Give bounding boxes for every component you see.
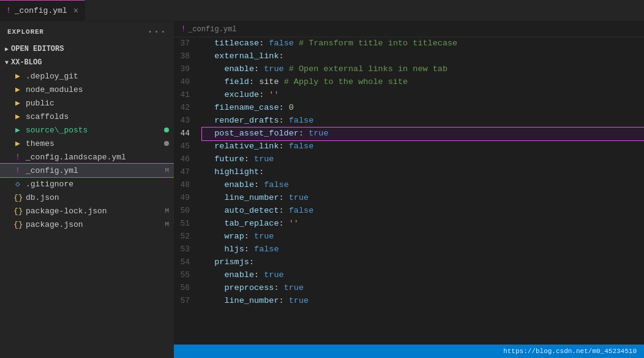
sidebar-item-package-json[interactable]: {} package.json M <box>0 218 174 231</box>
breadcrumb: ! _config.yml <box>174 21 644 37</box>
tab-close-button[interactable]: × <box>73 6 78 16</box>
line-number: 45 <box>174 140 200 153</box>
line-number: 46 <box>174 153 200 166</box>
code-line-41: 41 exclude: '' <box>174 89 644 102</box>
line-content: exclude: '' <box>202 89 644 102</box>
line-content: hljs: false <box>202 243 644 256</box>
sidebar-item-label: _config.yml <box>26 166 78 175</box>
line-number: 39 <box>174 63 200 75</box>
sidebar-item-source-posts[interactable]: ▶ source\_posts <box>0 123 174 137</box>
project-label: XX-BLOG <box>11 58 42 67</box>
sidebar-item-deploy-git[interactable]: ▶ .deploy_git <box>0 69 174 83</box>
sidebar-item-config-landscape[interactable]: ! _config.landscape.yml <box>0 150 174 164</box>
line-number: 43 <box>174 115 200 127</box>
line-number: 51 <box>174 218 200 230</box>
exclaim-icon: ! <box>13 166 22 175</box>
line-number: 53 <box>174 243 200 256</box>
code-line-46: 46 future: true <box>174 153 644 166</box>
line-content: field: site # Apply to the whole site <box>202 76 644 89</box>
modified-badge: M <box>165 221 169 228</box>
breadcrumb-exclaim-icon: ! <box>181 25 185 34</box>
explorer-title: EXPLORER <box>7 28 44 36</box>
code-line-50: 50 auto_detect: false <box>174 205 644 218</box>
sidebar-item-db-json[interactable]: {} db.json <box>0 191 174 204</box>
code-line-39: 39 enable: true # Open external links in… <box>174 63 644 76</box>
main-layout: EXPLORER ··· ▶ OPEN EDITORS ▼ XX-BLOG ▶ … <box>0 21 644 358</box>
folder-icon: ▶ <box>13 98 22 108</box>
sidebar-item-label: .deploy_git <box>26 72 78 81</box>
line-content: filename_case: 0 <box>202 102 644 115</box>
sidebar: EXPLORER ··· ▶ OPEN EDITORS ▼ XX-BLOG ▶ … <box>0 21 174 358</box>
line-content: titlecase: false # Transform title into … <box>202 37 644 50</box>
sidebar-item-label: node_modules <box>26 85 83 94</box>
code-line-48: 48 enable: false <box>174 179 644 192</box>
code-line-47: 47 highlight: <box>174 166 644 179</box>
json-icon: {} <box>13 193 22 202</box>
modified-badge: M <box>165 207 169 215</box>
tab-config-yml[interactable]: ! _config.yml × <box>0 0 85 21</box>
sidebar-item-scaffolds[interactable]: ▶ scaffolds <box>0 110 174 123</box>
line-number: 56 <box>174 282 200 294</box>
modified-dot <box>164 128 169 132</box>
code-line-53: 53 hljs: false <box>174 243 644 256</box>
sidebar-item-label: .gitignore <box>26 180 73 189</box>
modified-dot-gray <box>164 141 169 146</box>
line-number: 40 <box>174 76 200 88</box>
tab-bar: ! _config.yml × <box>0 0 644 21</box>
line-number: 52 <box>174 230 200 243</box>
line-number: 47 <box>174 166 200 178</box>
line-content: auto_detect: false <box>202 205 644 218</box>
tab-label: _config.yml <box>15 6 67 15</box>
json-icon: {} <box>13 207 22 216</box>
sidebar-item-themes[interactable]: ▶ themes <box>0 137 174 150</box>
diamond-icon: ◇ <box>13 179 22 189</box>
sidebar-item-gitignore[interactable]: ◇ .gitignore <box>0 177 174 191</box>
sidebar-item-label: package.json <box>26 220 83 229</box>
code-line-45: 45 relative_link: false <box>174 140 644 153</box>
folder-icon: ▶ <box>13 85 22 94</box>
line-number: 48 <box>174 179 200 191</box>
sidebar-item-label: scaffolds <box>26 112 69 121</box>
editor-panel: ! _config.yml 37 titlecase: false # Tran… <box>174 21 644 358</box>
line-content: tab_replace: '' <box>202 218 644 230</box>
folder-icon: ▶ <box>13 112 22 121</box>
code-line-49: 49 line_number: true <box>174 192 644 205</box>
code-editor[interactable]: 37 titlecase: false # Transform title in… <box>174 37 644 345</box>
code-line-54: 54 prismjs: <box>174 256 644 269</box>
breadcrumb-label: _config.yml <box>188 25 236 34</box>
line-content: preprocess: true <box>202 282 644 295</box>
open-editors-section[interactable]: ▶ OPEN EDITORS <box>0 42 174 56</box>
folder-icon: ▶ <box>13 71 22 81</box>
sidebar-item-public[interactable]: ▶ public <box>0 96 174 110</box>
sidebar-header: EXPLORER ··· <box>0 21 174 42</box>
sidebar-item-node-modules[interactable]: ▶ node_modules <box>0 83 174 96</box>
sidebar-item-config-yml[interactable]: ! _config.yml M <box>0 164 174 177</box>
line-number: 50 <box>174 205 200 217</box>
project-section[interactable]: ▼ XX-BLOG <box>0 56 174 69</box>
code-line-40: 40 field: site # Apply to the whole site <box>174 76 644 89</box>
line-content: highlight: <box>202 166 644 179</box>
line-content: external_link: <box>202 50 644 63</box>
status-link[interactable]: https://blog.csdn.net/m0_45234510 <box>503 348 637 355</box>
sidebar-menu-dots[interactable]: ··· <box>147 26 167 37</box>
sidebar-item-package-lock[interactable]: {} package-lock.json M <box>0 204 174 218</box>
chevron-down-icon: ▼ <box>5 59 9 66</box>
code-line-37: 37 titlecase: false # Transform title in… <box>174 37 644 50</box>
line-content: render_drafts: false <box>202 115 644 128</box>
line-number: 55 <box>174 269 200 281</box>
line-content: line_number: true <box>202 192 644 205</box>
line-number: 54 <box>174 256 200 268</box>
code-line-57: 57 line_number: true <box>174 295 644 308</box>
code-line-42: 42 filename_case: 0 <box>174 102 644 115</box>
line-content: enable: false <box>202 179 644 192</box>
folder-icon: ▶ <box>13 139 22 148</box>
line-content: enable: true # Open external links in ne… <box>202 63 644 76</box>
line-number: 57 <box>174 295 200 307</box>
sidebar-item-label: package-lock.json <box>26 207 107 216</box>
sidebar-item-label: source\_posts <box>26 126 88 135</box>
exclaim-icon: ! <box>13 153 22 162</box>
sidebar-item-label: themes <box>26 139 54 148</box>
status-bar: https://blog.csdn.net/m0_45234510 <box>174 345 644 358</box>
chevron-right-icon: ▶ <box>5 45 9 53</box>
line-number: 44 <box>174 128 200 140</box>
